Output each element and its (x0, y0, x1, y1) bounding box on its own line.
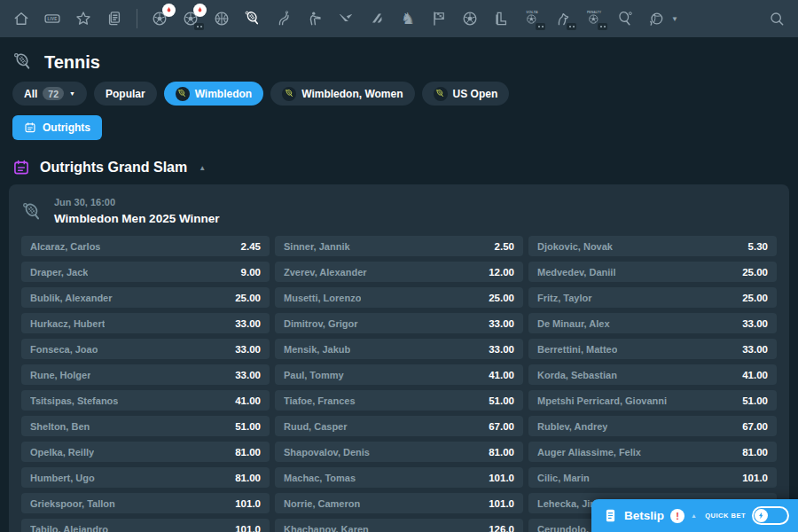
outcome-row[interactable]: Tiafoe, Frances51.00 (275, 390, 523, 411)
eracing-icon[interactable] (275, 10, 293, 27)
outcome-row[interactable]: Djokovic, Novak5.30 (528, 236, 777, 256)
outcome-row[interactable]: Bublik, Alexander25.00 (21, 287, 270, 308)
outcome-row[interactable]: Shapovalov, Denis81.00 (275, 442, 523, 462)
filter-chip-all[interactable]: All 72 ▼ (12, 82, 87, 106)
player-name: Sinner, Jannik (284, 241, 350, 252)
topbar-divider (137, 9, 137, 28)
player-name: Berrettini, Matteo (537, 344, 617, 355)
outcome-row[interactable]: Sinner, Jannik2.50 (275, 236, 523, 256)
betslip-expand-caret-icon[interactable]: ▲ (691, 512, 697, 519)
outcome-row[interactable]: Berrettini, Matteo33.00 (528, 339, 777, 359)
volleyball-icon[interactable] (461, 10, 479, 27)
player-name: Rublev, Andrey (537, 421, 607, 432)
outcome-row[interactable]: Auger Aliassime, Felix81.00 (528, 442, 777, 462)
outrights-button-label: Outrights (43, 121, 90, 134)
chess-icon[interactable]: ♞ (399, 10, 417, 27)
outcome-row[interactable]: Fonseca, Joao33.00 (21, 339, 270, 359)
outcome-row[interactable]: Draper, Jack9.00 (21, 262, 270, 282)
outcome-row[interactable]: Khachanov, Karen126.0 (275, 519, 523, 532)
event-card: Jun 30, 16:00 Wimbledon Men 2025 Winner … (9, 184, 789, 532)
odds-value: 126.0 (489, 524, 514, 532)
outcome-row[interactable]: De Minaur, Alex33.00 (528, 313, 777, 333)
live-label: LIVE (47, 17, 57, 21)
penalty-football-icon[interactable]: PENALTY (585, 10, 603, 27)
player-name: Korda, Sebastian (537, 370, 617, 380)
tennis-icon[interactable] (244, 10, 262, 27)
crossfire-icon[interactable] (368, 10, 386, 27)
chevron-down-icon: ▼ (69, 90, 75, 97)
table-tennis-icon[interactable] (616, 10, 634, 27)
outcome-row[interactable]: Norrie, Cameron101.0 (275, 493, 523, 513)
odds-value: 25.00 (235, 293, 261, 303)
filter-chip-us-open[interactable]: US Open (422, 82, 510, 106)
filter-chip-popular[interactable]: Popular (94, 82, 157, 106)
favorites-star-icon[interactable] (74, 10, 92, 27)
odds-value: 33.00 (235, 344, 261, 355)
outcome-row[interactable]: Tsitsipas, Stefanos41.00 (21, 390, 270, 411)
player-name: Dimitrov, Grigor (284, 318, 358, 329)
gamepad-badge (536, 23, 545, 30)
betslip-alert-badge: ! (670, 509, 685, 523)
main-content: Tennis All 72 ▼ PopularWimbledonWimbledo… (0, 37, 798, 176)
outcome-row[interactable]: Machac, Tomas101.0 (275, 467, 523, 488)
outcome-row[interactable]: Alcaraz, Carlos2.45 (21, 236, 270, 256)
player-name: Alcaraz, Carlos (30, 241, 100, 252)
outrights-button[interactable]: Outrights (12, 115, 102, 140)
event-title[interactable]: Wimbledon Men 2025 Winner (54, 212, 220, 225)
efootball-icon[interactable] (182, 10, 200, 27)
outcome-row[interactable]: Hurkacz, Hubert33.00 (21, 313, 270, 333)
outcome-row[interactable]: Ruud, Casper67.00 (275, 416, 523, 436)
all-label: All (24, 88, 37, 100)
odds-value: 101.0 (235, 524, 261, 532)
outcome-row[interactable]: Humbert, Ugo81.00 (21, 467, 270, 488)
outcome-row[interactable]: Mpetshi Perricard, Giovanni51.00 (528, 390, 777, 411)
results-docs-icon[interactable] (106, 10, 123, 27)
filter-chip-wimbledon[interactable]: Wimbledon (164, 82, 264, 106)
outcome-row[interactable]: Dimitrov, Grigor33.00 (275, 313, 523, 333)
racing-flag-icon[interactable] (430, 10, 448, 27)
live-icon[interactable]: LIVE (43, 10, 61, 27)
counter-strike-icon[interactable] (306, 10, 324, 27)
more-sports-caret-icon[interactable]: ▼ (671, 15, 678, 23)
outcome-row[interactable]: Cilic, Marin101.0 (528, 467, 777, 488)
outcome-row[interactable]: Rune, Holger33.00 (21, 364, 270, 385)
outcome-row[interactable]: Fritz, Taylor25.00 (528, 287, 777, 308)
league-of-legends-icon[interactable] (492, 10, 510, 27)
section-header[interactable]: Outrights Grand Slam ▲ (12, 159, 786, 176)
outcome-row[interactable]: Shelton, Ben51.00 (21, 416, 270, 436)
football-icon[interactable] (151, 10, 168, 27)
ehorse-racing-icon[interactable] (554, 10, 572, 27)
outcome-row[interactable]: Musetti, Lorenzo25.00 (275, 287, 523, 308)
filter-chips: All 72 ▼ PopularWimbledonWimbledon, Wome… (12, 82, 786, 106)
toggle-knob (755, 509, 768, 522)
quick-bet-toggle[interactable] (752, 506, 789, 525)
lightning-bolt-icon (757, 512, 765, 520)
outcome-row[interactable]: Korda, Sebastian41.00 (528, 364, 777, 385)
outcome-row[interactable]: Opelka, Reilly81.00 (21, 442, 270, 462)
collapse-caret-icon[interactable]: ▲ (199, 164, 206, 172)
outcome-row[interactable]: Paul, Tommy41.00 (275, 364, 523, 385)
volta-football-icon[interactable]: VOLTA (523, 10, 541, 27)
basketball-icon[interactable] (213, 10, 231, 27)
player-name: Khachanov, Karen (284, 524, 369, 532)
odds-value: 67.00 (742, 421, 768, 432)
search-icon[interactable] (768, 10, 786, 27)
player-name: Mensik, Jakub (284, 344, 350, 355)
betslip-bar[interactable]: Betslip ! ▲ QUICK BET (591, 499, 798, 532)
tournament-tennis-icon (176, 87, 190, 101)
odds-value: 33.00 (742, 318, 768, 329)
home-icon[interactable] (12, 10, 30, 27)
outcome-row[interactable]: Tabilo, Alejandro101.0 (21, 519, 270, 532)
outcome-row[interactable]: Zverev, Alexander12.00 (275, 262, 523, 282)
handball-icon[interactable] (647, 10, 665, 27)
player-name: Bublik, Alexander (30, 293, 113, 303)
player-name: Tsitsipas, Stefanos (30, 395, 118, 406)
hot-fire-badge (193, 4, 207, 17)
outcome-row[interactable]: Griekspoor, Tallon101.0 (21, 493, 270, 513)
filter-chip-wimbledon-women[interactable]: Wimbledon, Women (270, 82, 414, 106)
outcome-row[interactable]: Mensik, Jakub33.00 (275, 339, 523, 359)
valorant-icon[interactable] (337, 10, 355, 27)
odds-value: 25.00 (489, 293, 514, 303)
outcome-row[interactable]: Rublev, Andrey67.00 (528, 416, 777, 436)
outcome-row[interactable]: Medvedev, Daniil25.00 (528, 262, 777, 282)
